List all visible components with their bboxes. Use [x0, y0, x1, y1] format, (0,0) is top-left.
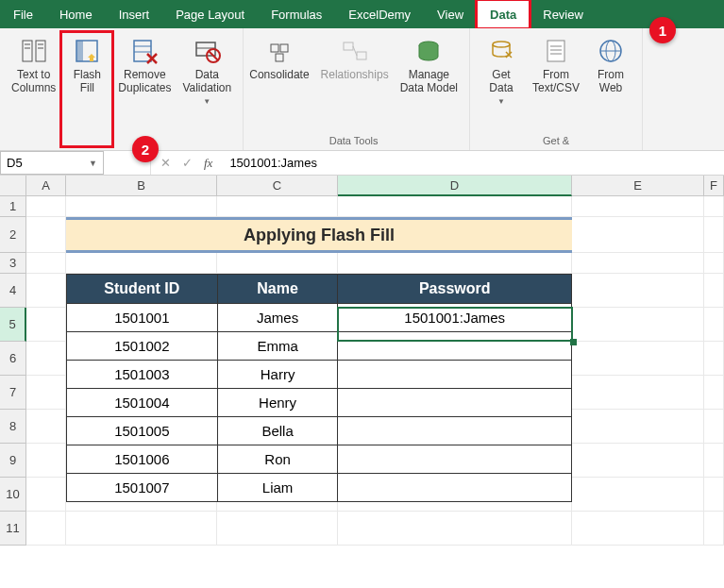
from-text-csv-icon [541, 36, 571, 66]
cell-d7[interactable] [338, 361, 572, 389]
menu-view[interactable]: View [424, 0, 477, 28]
cell-c8[interactable]: Henry [217, 389, 338, 417]
col-header-b[interactable]: B [66, 176, 217, 196]
name-box-value: D5 [7, 156, 23, 170]
consolidate-button[interactable]: Consolidate [244, 32, 314, 135]
row-header-7[interactable]: 7 [0, 376, 26, 410]
data-validation-button[interactable]: DataValidation ▼ [177, 32, 237, 146]
cell-d6[interactable] [338, 332, 572, 361]
cell-c9[interactable]: Bella [217, 417, 338, 445]
row-header-9[interactable]: 9 [0, 444, 26, 478]
menubar: File Home Insert Page Layout Formulas Ex… [0, 0, 724, 28]
cell-d9[interactable] [338, 417, 572, 445]
menu-page-layout[interactable]: Page Layout [162, 0, 258, 28]
flash-fill-button[interactable]: FlashFill [61, 32, 112, 146]
table-row: 1501005Bella [67, 417, 572, 445]
col-header-e[interactable]: E [572, 176, 704, 196]
cell-grid[interactable]: Applying Flash Fill Student ID Name Pass… [26, 196, 724, 546]
table-header-name[interactable]: Name [217, 275, 338, 304]
cell-c5[interactable]: James [217, 304, 338, 332]
svg-rect-18 [344, 42, 353, 50]
remove-duplicates-label: RemoveDuplicates [118, 68, 171, 95]
table-row: 1501003Harry [67, 361, 572, 389]
svg-rect-7 [76, 41, 83, 61]
formula-bar-buttons: ✕ ✓ fx [151, 151, 222, 175]
callout-badge-1: 1 [649, 17, 676, 43]
cell-d10[interactable] [338, 445, 572, 474]
ribbon-group-get: GetData ▼ FromText/CSV FromWeb Get & [470, 28, 643, 150]
svg-rect-0 [23, 41, 32, 61]
from-text-csv-button[interactable]: FromText/CSV [527, 32, 585, 135]
row-header-8[interactable]: 8 [0, 410, 26, 444]
cancel-icon[interactable]: ✕ [160, 156, 171, 170]
cell-b7[interactable]: 1501003 [67, 361, 218, 389]
svg-rect-17 [276, 54, 283, 61]
row-header-5[interactable]: 5 [0, 308, 26, 342]
from-web-button[interactable]: FromWeb [585, 32, 636, 135]
cell-c7[interactable]: Harry [217, 361, 338, 389]
title-banner[interactable]: Applying Flash Fill [66, 217, 572, 253]
menu-review[interactable]: Review [530, 0, 597, 28]
menu-file[interactable]: File [0, 0, 46, 28]
manage-data-model-button[interactable]: ManageData Model [395, 32, 463, 135]
fx-icon[interactable]: fx [204, 156, 212, 171]
col-header-a[interactable]: A [26, 176, 66, 196]
row-header-10[interactable]: 10 [0, 478, 26, 512]
manage-data-model-label: ManageData Model [400, 68, 458, 95]
cell-c6[interactable]: Emma [217, 332, 338, 361]
get-data-button[interactable]: GetData ▼ [476, 32, 527, 135]
manage-data-model-icon [413, 36, 444, 66]
cell-c11[interactable]: Liam [217, 474, 338, 502]
col-header-d[interactable]: D [338, 176, 572, 196]
cell-b11[interactable]: 1501007 [67, 474, 218, 502]
row-header-4[interactable]: 4 [0, 274, 26, 308]
flash-fill-icon [72, 36, 102, 66]
menu-formulas[interactable]: Formulas [258, 0, 335, 28]
row-header-2[interactable]: 2 [0, 217, 26, 253]
name-box-dropdown-icon[interactable]: ▼ [89, 159, 97, 168]
cell-b5[interactable]: 1501001 [67, 304, 218, 332]
consolidate-label: Consolidate [249, 68, 309, 81]
relationships-label: Relationships [321, 68, 389, 81]
cell-d11[interactable] [338, 474, 572, 502]
enter-icon[interactable]: ✓ [182, 156, 193, 170]
col-header-c[interactable]: C [217, 176, 338, 196]
table-header-password[interactable]: Password [338, 275, 572, 304]
group-label-data-tools: Data Tools [329, 135, 379, 148]
dropdown-arrow-icon: ▼ [497, 97, 505, 106]
cell-c10[interactable]: Ron [217, 445, 338, 474]
svg-point-22 [493, 42, 510, 47]
menu-data[interactable]: Data [477, 0, 530, 28]
svg-rect-19 [357, 52, 366, 59]
menu-exceldemy[interactable]: ExcelDemy [335, 0, 424, 28]
relationships-icon [340, 36, 370, 66]
row-header-1[interactable]: 1 [0, 196, 26, 217]
relationships-button[interactable]: Relationships [315, 32, 395, 135]
remove-duplicates-button[interactable]: RemoveDuplicates [112, 32, 177, 146]
select-all-corner[interactable] [0, 176, 26, 196]
row-header-6[interactable]: 6 [0, 342, 26, 376]
text-to-columns-icon [19, 36, 49, 66]
remove-duplicates-icon [129, 36, 160, 66]
row-header-11[interactable]: 11 [0, 512, 26, 546]
cell-d8[interactable] [338, 389, 572, 417]
ribbon-group-data-tools: Consolidate Relationships ManageData Mod… [244, 28, 470, 150]
col-header-f[interactable]: F [704, 176, 724, 196]
name-box[interactable]: D5 ▼ [0, 151, 104, 175]
table-header-student-id[interactable]: Student ID [67, 275, 218, 304]
column-headers: A B C D E F [26, 176, 724, 196]
cell-d5[interactable]: 1501001:James [338, 304, 572, 332]
formula-input[interactable]: 1501001:James [222, 151, 724, 175]
from-text-csv-label: FromText/CSV [532, 68, 580, 95]
cell-b6[interactable]: 1501002 [67, 332, 218, 361]
fill-handle[interactable] [570, 339, 577, 345]
menu-home[interactable]: Home [46, 0, 106, 28]
text-to-columns-button[interactable]: Text toColumns [6, 32, 61, 146]
cell-b8[interactable]: 1501004 [67, 389, 218, 417]
cell-b9[interactable]: 1501005 [67, 417, 218, 445]
cell-b10[interactable]: 1501006 [67, 445, 218, 474]
menu-insert[interactable]: Insert [106, 0, 163, 28]
svg-rect-16 [280, 44, 288, 52]
row-header-3[interactable]: 3 [0, 253, 26, 274]
formula-bar-row: D5 ▼ ✕ ✓ fx 1501001:James [0, 151, 724, 176]
